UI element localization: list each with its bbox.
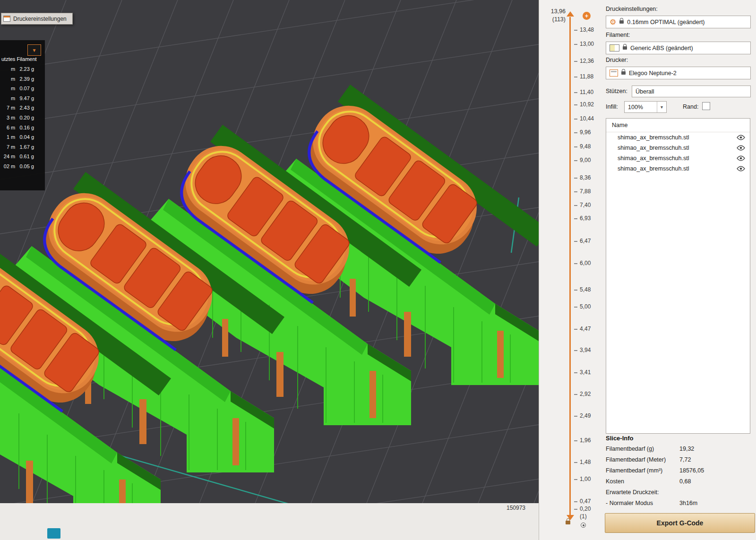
- layer-tick-label: 2,49: [574, 412, 591, 419]
- object-name: shimao_ax_bremsschuh.stl: [618, 155, 689, 162]
- export-gcode-button[interactable]: Export G-Code: [605, 513, 755, 533]
- printer-settings-tooltip: Druckereinstellungen: [1, 13, 73, 25]
- slice-info-label: Filamentbedarf (g): [606, 446, 654, 452]
- eye-visibility-icon[interactable]: [737, 155, 745, 161]
- object-list-row[interactable]: shimao_ax_bremsschuh.stl: [606, 143, 750, 153]
- slice-info-value: 18576,05: [679, 467, 704, 474]
- supports-combo[interactable]: Überall: [632, 86, 751, 97]
- layer-tick-label: 3,41: [574, 369, 591, 376]
- layer-tick-label: 1,96: [574, 437, 591, 444]
- legend-row: 6 m 0.16 g: [0, 123, 45, 133]
- brim-checkbox[interactable]: [702, 102, 710, 110]
- object-name: shimao_ax_bremsschuh.stl: [618, 165, 689, 172]
- gear-icon: ⚙: [610, 18, 616, 26]
- printer-label: Drucker:: [606, 57, 628, 63]
- layer-tick-label: 10,44: [574, 115, 594, 122]
- slice-info-label: Filamentbedarf (mm³): [606, 467, 662, 474]
- legend-collapse-button[interactable]: ▼: [27, 44, 41, 56]
- lock-icon: [621, 71, 626, 75]
- layer-tick-label: 10,92: [574, 101, 594, 108]
- printer-value: Elegoo Neptune-2: [629, 70, 677, 77]
- printer-combo[interactable]: Elegoo Neptune-2: [606, 67, 751, 79]
- layer-tick-label: 1,48: [574, 459, 591, 465]
- layer-tick-label: 0,20: [574, 506, 591, 512]
- layer-tick-label: 7,40: [574, 202, 591, 208]
- slice-info-label: Kosten: [606, 478, 624, 485]
- layer-tick-label: 6,93: [574, 215, 591, 222]
- filament-combo[interactable]: Generic ABS (geändert): [606, 42, 751, 54]
- layer-tick-label: 2,92: [574, 391, 591, 397]
- print-settings-value: 0.16mm OPTIMAL (geändert): [627, 19, 704, 26]
- slice-info-row: Filamentbedarf (g)19,32: [603, 444, 756, 455]
- layer-tick-label: 4,47: [574, 326, 591, 332]
- object-name: shimao_ax_bremsschuh.stl: [618, 134, 689, 141]
- lock-icon: [619, 20, 624, 24]
- legend-row: 3 m 0.20 g: [0, 113, 45, 123]
- legend-rows: m 2.23 gm 2.39 gm 0.07 gm 9.47 g7 m 2.43…: [0, 64, 45, 171]
- slice-info-value: 19,32: [679, 446, 694, 452]
- slider-top-layer: (113): [541, 16, 566, 24]
- layer-tick-label: 13,48: [574, 26, 594, 33]
- tooltip-label: Druckereinstellungen: [13, 16, 67, 22]
- target-icon[interactable]: [581, 523, 586, 528]
- layer-tick-label: 12,36: [574, 58, 594, 64]
- print-settings-label: Druckeinstellungen:: [606, 6, 658, 12]
- infill-combo[interactable]: 100% ▾: [624, 101, 667, 113]
- window-icon: [3, 16, 10, 22]
- slice-info-row: - Normaler Modus3h16m: [603, 498, 756, 509]
- printer-icon: [610, 69, 618, 77]
- status-number: 150973: [507, 505, 525, 511]
- taskbar-icon[interactable]: [47, 528, 60, 539]
- legend-row: 1 m 0.04 g: [0, 132, 45, 142]
- eye-visibility-icon[interactable]: [737, 135, 745, 140]
- slice-info-label: Erwartete Druckzeit:: [606, 489, 659, 496]
- legend-header: utztes Filament: [0, 56, 45, 64]
- legend-row: 24 m 0.61 g: [0, 152, 45, 162]
- layer-tick-label: 9,48: [574, 143, 591, 150]
- filament-color-swatch: [610, 44, 619, 51]
- layer-tick-label: 11,40: [574, 89, 593, 95]
- lock-icon: [623, 46, 627, 50]
- print-settings-combo[interactable]: ⚙ 0.16mm OPTIMAL (geändert): [606, 16, 751, 28]
- layer-tick-label: 11,88: [574, 73, 593, 80]
- object-list-row[interactable]: shimao_ax_bremsschuh.stl: [606, 163, 750, 174]
- layer-tick-label: 9,96: [574, 129, 591, 136]
- viewport-bottom-strip: 150973: [0, 503, 539, 540]
- object-name: shimao_ax_bremsschuh.stl: [618, 145, 689, 151]
- slicer-app: Druckereinstellungen ▼ utztes Filament m…: [0, 0, 756, 540]
- slider-handle-add-icon[interactable]: +: [583, 12, 591, 20]
- layer-slider: 13,96 (113) + 13,4813,0012,3611,8811,401…: [539, 0, 603, 540]
- layer-tick-label: 6,00: [574, 260, 591, 266]
- slice-preview-canvas[interactable]: [0, 0, 539, 503]
- layer-tick-label: 6,47: [574, 238, 591, 244]
- object-list-row[interactable]: shimao_ax_bremsschuh.stl: [606, 153, 750, 163]
- lock-icon[interactable]: [566, 521, 570, 524]
- eye-visibility-icon[interactable]: [737, 145, 745, 151]
- legend-row: 02 m 0.05 g: [0, 162, 45, 171]
- slider-top-readout: 13,96 (113): [541, 8, 566, 24]
- layer-tick-label: 8,36: [574, 174, 591, 181]
- supports-label: Stützen:: [606, 88, 627, 94]
- slice-info-row: Filamentbedarf (Meter)7,72: [603, 455, 756, 466]
- chevron-down-icon: ▾: [657, 102, 663, 112]
- legend-row: m 2.39 g: [0, 74, 45, 84]
- filament-label: Filament:: [606, 32, 630, 38]
- slice-info-title: Slice-Info: [606, 435, 634, 442]
- layer-tick-label: 1,00: [574, 476, 591, 482]
- legend-row: m 9.47 g: [0, 94, 45, 103]
- legend-row: 7 m 2.43 g: [0, 103, 45, 113]
- slider-arrow-up-icon[interactable]: [567, 11, 574, 17]
- object-list-header: Name: [606, 119, 750, 132]
- layer-tick-label: 7,88: [574, 188, 591, 195]
- object-list-rows: shimao_ax_bremsschuh.stlshimao_ax_bremss…: [606, 132, 750, 174]
- supports-value: Überall: [636, 88, 654, 95]
- eye-visibility-icon[interactable]: [737, 166, 745, 171]
- slider-track[interactable]: [569, 17, 571, 515]
- slider-bottom-layer: (1): [580, 513, 587, 520]
- layer-tick-label: 9,00: [574, 157, 591, 163]
- filament-value: Generic ABS (geändert): [630, 45, 693, 51]
- 3d-viewport[interactable]: Druckereinstellungen ▼ utztes Filament m…: [0, 0, 539, 503]
- object-list-row[interactable]: shimao_ax_bremsschuh.stl: [606, 132, 750, 143]
- used-filament-legend: ▼ utztes Filament m 2.23 gm 2.39 gm 0.07…: [0, 40, 45, 190]
- slice-info-value: 7,72: [679, 456, 691, 463]
